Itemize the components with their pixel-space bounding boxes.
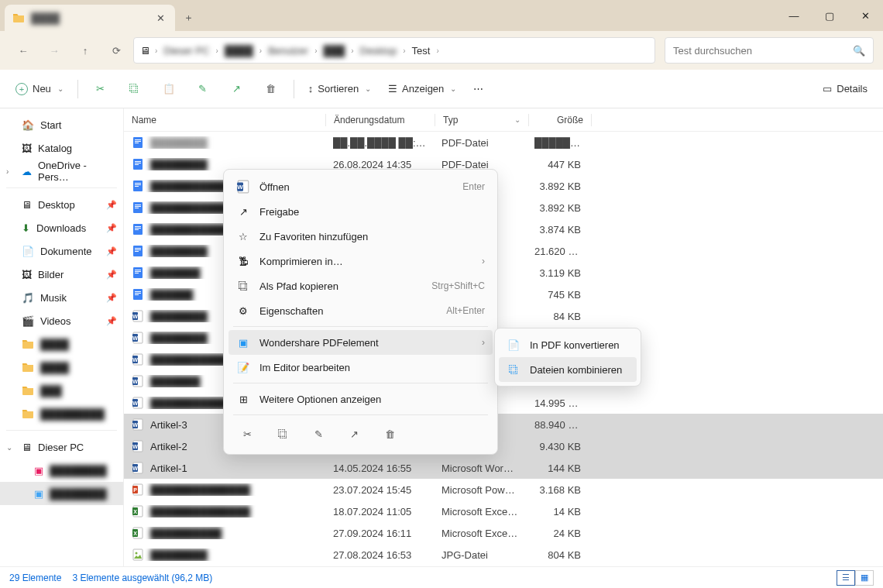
sidebar-item[interactable]: ▣████████ xyxy=(0,459,123,482)
file-row[interactable]: ██████████27.09.2024 16:11Microsoft Exce… xyxy=(124,522,883,544)
forward-button[interactable]: → xyxy=(40,36,68,64)
delete-button[interactable]: 🗑 xyxy=(256,76,286,102)
file-name: ████████ xyxy=(150,311,208,322)
cut-button[interactable]: ✂ xyxy=(86,76,115,102)
file-row[interactable]: ████████27.08.2024 16:53JPG-Datei804 KB xyxy=(124,544,883,566)
col-name[interactable]: Name xyxy=(124,115,325,126)
view-grid-button[interactable]: ▦ xyxy=(855,570,874,586)
ctx-copy-button[interactable]: ⿻ xyxy=(272,423,294,445)
ctx-copypath[interactable]: ⿻Als Pfad kopierenStrg+Shift+C xyxy=(228,273,493,298)
chevron-right-icon[interactable]: › xyxy=(6,167,9,176)
sidebar-item[interactable]: ████ xyxy=(0,356,123,379)
tab-label: ████ xyxy=(31,12,147,24)
context-menu: ÖffnenEnter ↗Freigabe ☆Zu Favoriten hinz… xyxy=(223,169,498,455)
browser-tab[interactable]: ████ ✕ xyxy=(5,5,175,31)
folder-icon xyxy=(22,407,34,420)
address-bar[interactable]: 🖥 › Dieser PC› ████› Benutzer› ███› Desk… xyxy=(133,37,655,64)
ctx-cut-button[interactable]: ✂ xyxy=(236,423,258,445)
copy-button[interactable]: ⿻ xyxy=(120,76,149,102)
sidebar-katalog[interactable]: 🖼Katalog xyxy=(0,136,123,160)
breadcrumb[interactable]: Desktop xyxy=(359,45,399,57)
breadcrumb[interactable]: Benutzer xyxy=(266,45,310,57)
minimize-button[interactable]: — xyxy=(776,0,812,31)
view-list-button[interactable]: ☰ xyxy=(837,570,855,586)
status-count: 29 Elemente xyxy=(9,573,61,583)
breadcrumb[interactable]: Dieser PC xyxy=(162,45,211,57)
col-date[interactable]: Änderungsdatum xyxy=(326,115,435,126)
sidebar-dokumente[interactable]: 📄Dokumente📌 xyxy=(0,239,123,263)
ctx-editor[interactable]: 📝Im Editor bearbeiten xyxy=(228,355,493,380)
search-icon[interactable]: 🔍 xyxy=(853,45,865,57)
rename-button[interactable]: ✎ xyxy=(188,76,218,102)
pdf-icon xyxy=(132,288,144,301)
file-row[interactable]: Artikel-114.05.2024 16:55Microsoft Word-… xyxy=(124,457,883,479)
sidebar-bilder[interactable]: 🖼Bilder📌 xyxy=(0,263,123,286)
paste-button[interactable]: 📋 xyxy=(154,76,184,102)
sidebar-desktop[interactable]: 🖥Desktop📌 xyxy=(0,193,123,216)
xls-icon xyxy=(132,505,144,518)
videos-icon: 🎬 xyxy=(22,315,34,327)
sort-button[interactable]: ↕ Sortieren xyxy=(302,76,377,102)
breadcrumb[interactable]: ███ xyxy=(322,45,347,57)
title-bar: ████ ✕ ＋ — ▢ ✕ xyxy=(0,0,883,31)
onedrive-icon: ☁ xyxy=(22,166,32,177)
app-icon: ▣ xyxy=(34,465,43,476)
search-box[interactable]: 🔍 xyxy=(665,37,874,64)
ctx-share-button[interactable]: ↗ xyxy=(343,423,365,445)
ctx-fav[interactable]: ☆Zu Favoriten hinzufügen xyxy=(228,224,493,249)
file-row[interactable]: ██████████████23.07.2024 15:45Microsoft … xyxy=(124,479,883,500)
ctx-share[interactable]: ↗Freigabe xyxy=(228,199,493,224)
sidebar-videos[interactable]: 🎬Videos📌 xyxy=(0,309,123,332)
file-row[interactable]: ██████████████18.07.2024 11:05Microsoft … xyxy=(124,500,883,522)
file-type: Microsoft PowerP… xyxy=(434,484,527,496)
ctx-compress[interactable]: 🗜Komprimieren in…› xyxy=(228,249,493,273)
folder-icon xyxy=(22,338,34,350)
sidebar-item[interactable]: ▣████████ xyxy=(0,482,123,505)
ctx-props[interactable]: ⚙EigenschaftenAlt+Enter xyxy=(228,298,493,323)
sidebar-onedrive[interactable]: ›☁OneDrive - Pers… xyxy=(0,160,123,183)
pc-icon: 🖥 xyxy=(22,442,32,453)
share-button[interactable]: ↗ xyxy=(222,76,252,102)
pc-icon: 🖥 xyxy=(140,45,150,57)
pictures-icon: 🖼 xyxy=(22,269,32,280)
back-button[interactable]: ← xyxy=(9,36,37,64)
close-window-button[interactable]: ✕ xyxy=(847,0,883,31)
col-type[interactable]: Typ ⌄ xyxy=(435,115,528,126)
breadcrumb[interactable]: ████ xyxy=(223,45,255,57)
file-date: ██.██.████ ██:██ xyxy=(325,137,434,149)
submenu-topdf[interactable]: 📄In PDF konvertieren xyxy=(499,332,637,357)
view-button[interactable]: ☰ Anzeigen xyxy=(382,76,462,102)
file-name: ████████ xyxy=(150,159,208,170)
pdfelement-submenu: 📄In PDF konvertieren ⿻Dateien kombiniere… xyxy=(494,328,641,387)
sidebar-start[interactable]: 🏠Start xyxy=(0,113,123,136)
ctx-more[interactable]: ⊞Weitere Optionen anzeigen xyxy=(228,387,493,411)
file-row[interactable]: ██████████.██.████ ██:██PDF-Datei█████ K… xyxy=(124,132,883,153)
ctx-open[interactable]: ÖffnenEnter xyxy=(228,174,493,199)
up-button[interactable]: ↑ xyxy=(71,36,99,64)
details-pane-button[interactable]: ▭ Details xyxy=(816,76,874,102)
new-tab-button[interactable]: ＋ xyxy=(175,5,201,31)
col-size[interactable]: Größe xyxy=(529,115,591,126)
maximize-button[interactable]: ▢ xyxy=(812,0,847,31)
ctx-delete-button[interactable]: 🗑 xyxy=(379,423,400,445)
new-button[interactable]: +Neu xyxy=(9,76,70,102)
file-name: ██████████████ xyxy=(150,506,250,518)
more-button[interactable]: ⋯ xyxy=(467,76,490,102)
ctx-pdfelement[interactable]: ▣Wondershare PDFelement› xyxy=(228,330,493,355)
sidebar-downloads[interactable]: ⬇Downloads📌 xyxy=(0,216,123,239)
file-size: 745 KB xyxy=(527,289,589,301)
file-date: 18.07.2024 11:05 xyxy=(325,506,434,518)
ctx-rename-button[interactable]: ✎ xyxy=(308,423,329,445)
sidebar-musik[interactable]: 🎵Musik📌 xyxy=(0,286,123,309)
xls-icon xyxy=(132,527,144,539)
breadcrumb[interactable]: Test xyxy=(411,45,432,57)
sidebar-item[interactable]: ████ xyxy=(0,332,123,356)
sidebar-item[interactable]: █████████ xyxy=(0,402,123,425)
submenu-combine[interactable]: ⿻Dateien kombinieren xyxy=(499,357,637,382)
search-input[interactable] xyxy=(673,45,853,57)
sidebar-dieser-pc[interactable]: ⌄🖥Dieser PC xyxy=(0,435,123,459)
refresh-button[interactable]: ⟳ xyxy=(102,36,130,64)
chevron-down-icon[interactable]: ⌄ xyxy=(6,443,12,452)
close-tab-icon[interactable]: ✕ xyxy=(153,12,167,24)
sidebar-item[interactable]: ███ xyxy=(0,379,123,402)
